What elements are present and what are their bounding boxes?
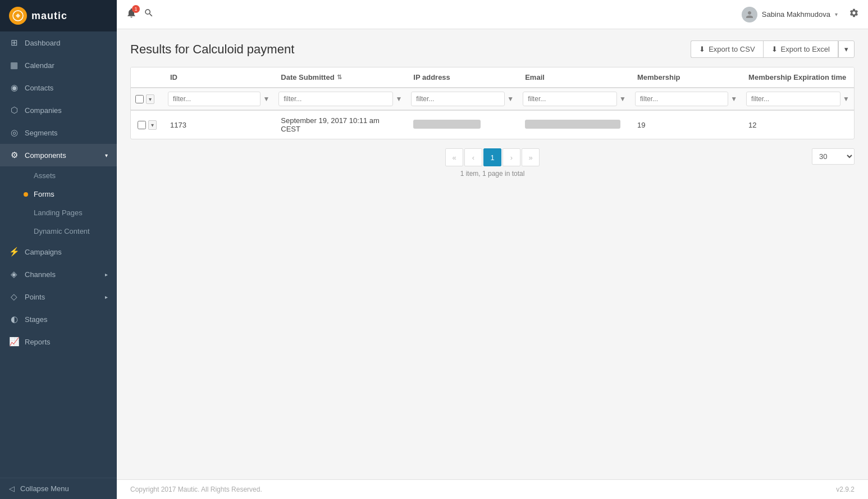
page-content: Results for Calculoid payment ⬇ Export t… xyxy=(117,29,868,479)
sidebar-item-segments[interactable]: ◎ Segments xyxy=(0,121,117,144)
filter-id-input[interactable] xyxy=(168,92,261,106)
sidebar-item-label: Reports xyxy=(25,338,51,346)
col-header-date[interactable]: Date Submitted ⇅ xyxy=(274,67,406,88)
cell-ip xyxy=(406,110,518,139)
collapse-icon: ◁ xyxy=(9,484,15,493)
select-dropdown[interactable]: ▾ xyxy=(146,94,154,104)
filter-membership-exp-icon[interactable]: ▼ xyxy=(843,95,849,103)
filter-ip-icon[interactable]: ▼ xyxy=(507,95,514,103)
export-csv-label: Export to CSV xyxy=(709,45,755,53)
user-menu[interactable]: Sabina Makhmudova ▾ xyxy=(742,7,838,22)
user-dropdown-icon: ▾ xyxy=(835,11,838,17)
prev-page-button[interactable]: ‹ xyxy=(464,148,482,166)
sidebar-item-calendar[interactable]: ▦ Calendar xyxy=(0,54,117,76)
collapse-menu-button[interactable]: ◁ Collapse Menu xyxy=(0,478,117,499)
filter-ip-cell: ▼ xyxy=(406,88,518,110)
row-action-dropdown[interactable]: ▾ xyxy=(148,120,157,130)
filter-date-icon[interactable]: ▼ xyxy=(395,95,402,103)
footer: Copyright 2017 Mautic. All Rights Reserv… xyxy=(117,479,868,499)
logo-text: mautic xyxy=(31,10,67,22)
export-csv-button[interactable]: ⬇ Export to CSV xyxy=(691,40,762,58)
filter-id-cell: ▼ xyxy=(163,88,274,110)
row-checkbox[interactable] xyxy=(138,121,146,129)
filter-email-input[interactable] xyxy=(523,92,617,106)
sidebar-item-label: Channels xyxy=(25,270,56,279)
search-button[interactable] xyxy=(144,8,154,21)
pagination-area: « ‹ 1 › » 30 50 100 xyxy=(130,148,855,166)
dot-icon xyxy=(24,192,28,197)
sidebar-item-channels[interactable]: ◈ Channels ▸ xyxy=(0,263,117,285)
points-icon: ◇ xyxy=(9,292,19,302)
chevron-down-icon: ▾ xyxy=(105,152,108,158)
dashboard-icon: ⊞ xyxy=(9,38,19,48)
sidebar-item-label: Points xyxy=(25,293,45,301)
sidebar-item-label: Dashboard xyxy=(25,39,61,47)
col-header-ip: IP address xyxy=(406,67,518,88)
sidebar-item-points[interactable]: ◇ Points ▸ xyxy=(0,285,117,308)
sort-icon: ⇅ xyxy=(337,74,342,81)
campaigns-icon: ⚡ xyxy=(9,247,19,257)
filter-date-cell: ▼ xyxy=(274,88,406,110)
export-dropdown-button[interactable]: ▾ xyxy=(838,40,855,58)
avatar xyxy=(742,7,757,22)
first-page-button[interactable]: « xyxy=(445,148,463,166)
col-header-id: ID xyxy=(163,67,274,88)
sidebar-item-components[interactable]: ⚙ Components ▾ xyxy=(0,144,117,166)
sidebar-sub-item-landing-pages[interactable]: Landing Pages xyxy=(0,203,117,222)
export-excel-button[interactable]: ⬇ Export to Excel xyxy=(763,40,838,58)
col-header-membership: Membership xyxy=(631,67,742,88)
topbar: 1 Sabina Makhmudova ▾ xyxy=(117,0,868,29)
companies-icon: ⬡ xyxy=(9,105,19,115)
calendar-icon: ▦ xyxy=(9,60,19,70)
select-all-checkbox[interactable] xyxy=(135,95,144,103)
export-buttons: ⬇ Export to CSV ⬇ Export to Excel ▾ xyxy=(691,40,855,58)
filter-email-cell: ▼ xyxy=(518,88,631,110)
notifications-button[interactable]: 1 xyxy=(126,7,137,21)
sidebar-item-label: Campaigns xyxy=(25,248,62,256)
pagination-info: 1 item, 1 page in total xyxy=(130,170,855,178)
filter-membership-input[interactable] xyxy=(635,92,728,106)
filter-membership-exp-input[interactable] xyxy=(746,92,840,106)
components-icon: ⚙ xyxy=(9,150,19,160)
filter-date-input[interactable] xyxy=(278,92,393,106)
sidebar-sub-item-assets[interactable]: Assets xyxy=(0,166,117,185)
ip-redacted-bar xyxy=(413,120,481,129)
sidebar-item-label: Contacts xyxy=(25,84,53,92)
sidebar-item-label: Segments xyxy=(25,129,58,137)
dot-icon xyxy=(24,211,28,215)
sidebar-item-stages[interactable]: ◐ Stages xyxy=(0,308,117,330)
notification-badge: 1 xyxy=(132,5,140,13)
sidebar-item-companies[interactable]: ⬡ Companies xyxy=(0,99,117,121)
next-page-button[interactable]: › xyxy=(502,148,520,166)
filter-ip-input[interactable] xyxy=(411,92,505,106)
filter-id-icon[interactable]: ▼ xyxy=(263,95,269,103)
contacts-icon: ◉ xyxy=(9,83,19,93)
sidebar-item-campaigns[interactable]: ⚡ Campaigns xyxy=(0,241,117,263)
sidebar-item-label: Dynamic Content xyxy=(34,227,90,235)
channels-icon: ◈ xyxy=(9,269,19,279)
sidebar-item-label: Forms xyxy=(34,190,54,198)
sidebar-sub-item-forms[interactable]: Forms xyxy=(0,185,117,203)
cell-membership: 19 xyxy=(631,110,742,139)
username-label: Sabina Makhmudova xyxy=(762,10,830,19)
results-table-container: ID Date Submitted ⇅ IP address xyxy=(130,67,855,139)
sidebar-sub-item-dynamic-content[interactable]: Dynamic Content xyxy=(0,222,117,241)
email-redacted-bar xyxy=(525,120,620,129)
settings-button[interactable] xyxy=(849,8,859,21)
filter-membership-cell: ▼ xyxy=(631,88,742,110)
sidebar-item-reports[interactable]: 📈 Reports xyxy=(0,330,117,353)
per-page-select[interactable]: 30 50 100 xyxy=(812,148,855,165)
sidebar-item-contacts[interactable]: ◉ Contacts xyxy=(0,76,117,99)
last-page-button[interactable]: » xyxy=(522,148,540,166)
logo[interactable]: mautic xyxy=(0,0,117,31)
sidebar-item-dashboard[interactable]: ⊞ Dashboard xyxy=(0,31,117,54)
filter-membership-icon[interactable]: ▼ xyxy=(730,95,737,103)
page-1-button[interactable]: 1 xyxy=(483,148,501,166)
cell-date: September 19, 2017 10:11 am CEST xyxy=(274,110,406,139)
select-all-header xyxy=(131,67,163,88)
cell-id: 1173 xyxy=(163,110,274,139)
filter-email-icon[interactable]: ▼ xyxy=(619,95,626,103)
copyright-text: Copyright 2017 Mautic. All Rights Reserv… xyxy=(130,486,262,493)
sidebar-item-label: Companies xyxy=(25,106,62,115)
chevron-right-icon: ▸ xyxy=(105,271,108,278)
